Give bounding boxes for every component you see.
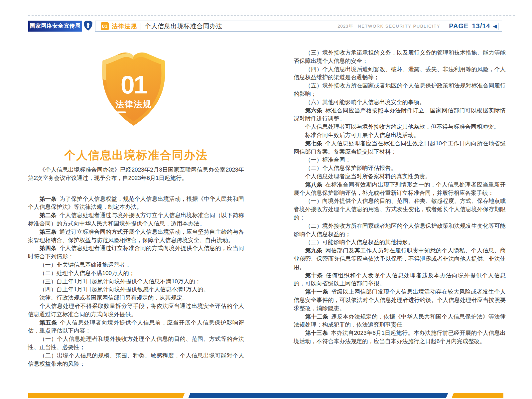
header-right-group: 2023年 NETWORK SECURITY PUBLICITY PAGE 13… bbox=[337, 22, 498, 30]
list-item: （二）出境个人信息的规模、范围、种类、敏感程度，个人信息出境可能对个人信息权益带… bbox=[28, 351, 244, 368]
paragraph: 法律、行政法规或者国家网信部门另有规定的，从其规定。 bbox=[28, 294, 244, 302]
paragraph: 第八条在标准合同有效期内出现下列情形之一的，个人信息处理者应当重新开展个人信息保… bbox=[294, 181, 506, 197]
prev-page-icon[interactable]: ◀ bbox=[493, 24, 497, 29]
paragraph: 第十二条违反本办法规定的，依据《中华人民共和国个人信息保护法》等法律法规处理；构… bbox=[294, 313, 506, 329]
list-item: （三）可能影响个人信息权益的其他情形。 bbox=[294, 238, 506, 246]
header-doc-title: 个人信息出境标准合同办法 bbox=[145, 22, 222, 31]
paragraph: 标准合同生效后方可开展个人信息出境活动。 bbox=[294, 131, 506, 139]
paragraph: 个人信息处理者应当对所备案材料的真实性负责。 bbox=[294, 172, 506, 181]
chapter-shield-badge: 01 法律法规 bbox=[98, 49, 169, 132]
paragraph: 第三条通过订立标准合同的方式开展个人信息出境活动，应当坚持自主缔约与备案管理相结… bbox=[28, 228, 244, 244]
footer-bar-orange-left bbox=[28, 393, 185, 398]
footer-bar-blue bbox=[188, 393, 448, 398]
badge-number-text: 01 bbox=[121, 70, 147, 99]
article-title: 个人信息出境标准合同办法 bbox=[28, 148, 244, 162]
list-item: （二）处理个人信息不满100万人的； bbox=[28, 269, 244, 277]
brand-banner: 国家网络安全宣传周 bbox=[28, 21, 82, 32]
header-bar: 01 法律法规 个人信息出境标准合同办法 2023年 NETWORK SECUR… bbox=[95, 21, 502, 32]
paragraph: 第七条个人信息处理者应当在标准合同生效之日起10个工作日内向所在地省级网信部门备… bbox=[294, 139, 506, 156]
paragraph: 个人信息处理者不得采取数量拆分等手段，将依法应当通过出境安全评估的个人信息通过订… bbox=[28, 302, 244, 319]
paragraph: 第六条标准合同应当严格按照本办法附件订立。国家网信部门可以根据实际情况对附件进行… bbox=[294, 106, 506, 123]
list-item: （一）标准合同； bbox=[294, 156, 506, 164]
list-item: （一）向境外提供个人信息的目的、范围、种类、敏感程度、方式、保存地点或者境外接收… bbox=[294, 197, 506, 221]
paragraph: 第五条个人信息处理者向境外提供个人信息前，应当开展个人信息保护影响评估，重点评估… bbox=[28, 319, 244, 335]
header-dashed-rule bbox=[28, 15, 515, 16]
brand-label: 国家网络安全宣传周 bbox=[30, 23, 81, 30]
list-item: （二）个人信息保护影响评估报告。 bbox=[294, 164, 506, 172]
right-column: （三）境外接收方承诺承担的义务，以及履行义务的管理和技术措施、能力等能否保障出境… bbox=[294, 49, 506, 345]
year-label: 2023年 bbox=[337, 23, 353, 29]
english-subtitle: NETWORK SECURITY PUBLICITY bbox=[358, 24, 440, 29]
shield-keyhole-icon bbox=[83, 20, 93, 32]
badge-underline-dash bbox=[117, 111, 126, 113]
paragraph: 第二条个人信息处理者通过与境外接收方订立个人信息出境标准合同（以下简称标准合同）… bbox=[28, 211, 244, 228]
header-divider bbox=[141, 23, 141, 30]
paragraph: 第四条个人信息处理者通过订立标准合同的方式向境外提供个人信息的，应当同时符合下列… bbox=[28, 244, 244, 261]
paragraph: 第十一条省级以上网信部门发现个人信息出境活动存在较大风险或者发生个人信息安全事件… bbox=[294, 288, 506, 312]
list-item: （三）自上年1月1日起累计向境外提供个人信息不满10万人的； bbox=[28, 277, 244, 286]
paragraph: 第九条网信部门及其工作人员对在履行职责中知悉的个人隐私、个人信息、商业秘密、保密… bbox=[294, 246, 506, 271]
paragraph: 第一条为了保护个人信息权益，规范个人信息出境活动，根据《中华人民共和国个人信息保… bbox=[28, 195, 244, 211]
article-intro: 《个人信息出境标准合同办法》已经2023年2月3日国家互联网信息办公室2023年… bbox=[28, 166, 244, 182]
badge-label-text: 法律法规 bbox=[115, 99, 152, 109]
section-number-badge: 01 bbox=[101, 22, 109, 30]
list-item: （五）境外接收方所在国家或者地区的个人信息保护政策和法规对标准合同履行的影响； bbox=[294, 81, 506, 98]
list-item: （四）自上年1月1日起累计向境外提供敏感个人信息不满1万人的。 bbox=[28, 285, 244, 294]
list-item: （四）个人信息出境后遭到篡改、破坏、泄露、丢失、非法利用等的风险，个人信息权益维… bbox=[294, 65, 506, 82]
nav-bar-icon bbox=[498, 23, 498, 30]
list-item: （一）个人信息处理者和境外接收方处理个人信息的目的、范围、方式等的合法性、正当性… bbox=[28, 335, 244, 351]
section-label: 法律法规 bbox=[112, 22, 137, 30]
footer-bar-orange-right bbox=[452, 393, 503, 398]
list-item: （三）境外接收方承诺承担的义务，以及履行义务的管理和技术措施、能力等能否保障出境… bbox=[294, 49, 506, 65]
paragraph: 第十条任何组织和个人发现个人信息处理者违反本办法向境外提供个人信息的，可以向省级… bbox=[294, 271, 506, 288]
page-label: PAGE bbox=[449, 22, 468, 30]
list-item: （二）境外接收方所在国家或者地区的个人信息保护政策和法规发生变化等可能影响个人信… bbox=[294, 222, 506, 238]
list-item: （一）非关键信息基础设施运营者； bbox=[28, 261, 244, 269]
list-item: （六）其他可能影响个人信息出境安全的事项。 bbox=[294, 98, 506, 106]
paragraph: 第十三条本办法自2023年6月1日起施行。本办法施行前已经开展的个人信息出境活动… bbox=[294, 329, 506, 345]
paragraph: 个人信息处理者可以与境外接收方约定其他条款，但不得与标准合同相冲突。 bbox=[294, 123, 506, 131]
page-number: 13/14 bbox=[472, 22, 490, 30]
left-column: 个人信息出境标准合同办法 《个人信息出境标准合同办法》已经2023年2月3日国家… bbox=[28, 148, 244, 368]
